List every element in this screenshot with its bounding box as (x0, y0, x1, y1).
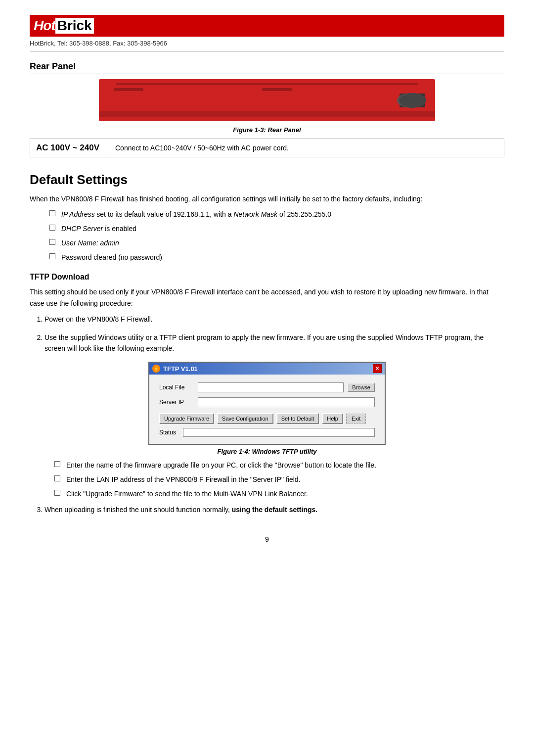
tftp-browse-button[interactable]: Browse (348, 383, 375, 392)
bullet-item-2: DHCP Server is enabled (49, 224, 504, 234)
ac-table: AC 100V ~ 240V Connect to AC100~240V / 5… (30, 139, 504, 157)
bullet-text-1: IP Address set to its default value of 1… (61, 209, 331, 220)
ac-voltage: AC 100V ~ 240V (30, 139, 109, 157)
logo-brick: Brick (55, 18, 94, 34)
bullet-item-4: Password cleared (no password) (49, 252, 504, 263)
tftp-server-ip-input[interactable] (198, 397, 375, 407)
tftp-save-button[interactable]: Save Configuration (217, 413, 273, 424)
tftp-dialog-title: TFTP V1.01 (163, 365, 198, 373)
header-divider (30, 51, 504, 51)
default-settings-heading: Default Settings (30, 172, 504, 188)
tftp-upgrade-button[interactable]: Upgrade Firmware (159, 413, 214, 424)
rear-panel-heading: Rear Panel (30, 61, 504, 74)
bullet-item-3: User Name: admin (49, 238, 504, 248)
tftp-after-bullet-3: Click "Upgrade Firmware" to send the fil… (54, 489, 504, 499)
tftp-exit-button[interactable]: Exit (346, 414, 366, 424)
connector-dot-1 (403, 98, 408, 103)
step3-bold-text: using the default settings. (232, 506, 317, 514)
after-bullet-text-3: Click "Upgrade Firmware" to send the fil… (66, 489, 308, 499)
panel-detail-1 (114, 88, 143, 91)
bullet-box-2 (49, 225, 55, 231)
bullet-box-3 (49, 239, 55, 245)
tftp-server-ip-label: Server IP (159, 399, 194, 406)
page-number: 9 (30, 535, 504, 543)
default-settings-intro: When the VPN800/8 F Firewall has finishe… (30, 193, 504, 204)
step3-normal-text: When uploading is finished the unit shou… (44, 506, 232, 514)
bullet-box-1 (49, 210, 55, 216)
tftp-status-row: Status (159, 428, 375, 437)
tftp-after-bullet-2: Enter the LAN IP address of the VPN800/8… (54, 474, 504, 485)
tftp-step-1: Power on the VPN800/8 F Firewall. (44, 314, 504, 325)
tftp-download-heading: TFTP Download (30, 273, 504, 282)
rear-panel-caption: Figure 1-3: Rear Panel (30, 126, 504, 134)
after-bullet-text-2: Enter the LAN IP address of the VPN800/8… (66, 474, 300, 485)
tftp-status-label: Status (159, 429, 179, 436)
connector-dot-3 (416, 98, 421, 103)
bullet-italic-network: Network Mask (233, 210, 277, 218)
panel-bottom-shadow (99, 111, 435, 117)
tftp-after-bullet-1: Enter the name of the firmware upgrade f… (54, 460, 504, 471)
ac-row: AC 100V ~ 240V Connect to AC100~240V / 5… (30, 139, 504, 157)
bullet-box-after-1 (54, 461, 60, 467)
bullet-box-after-3 (54, 490, 60, 496)
tftp-local-file-input[interactable] (198, 382, 344, 392)
tagline: HotBrick, Tel: 305-398-0888, Fax: 305-39… (30, 40, 504, 47)
logo-box: HotBrick (30, 15, 504, 37)
tftp-intro-text: This setting should be used only if your… (30, 286, 504, 309)
tftp-figure-caption: Figure 1-4: Windows TFTP utility (30, 448, 504, 455)
bullet-italic-dhcp: DHCP Server (61, 225, 103, 233)
tftp-steps: Power on the VPN800/8 F Firewall. Use th… (44, 314, 504, 354)
ac-description: Connect to AC100~240V / 50~60Hz with AC … (109, 139, 504, 157)
bullet-box-after-2 (54, 475, 60, 481)
tftp-step-3: When uploading is finished the unit shou… (44, 504, 504, 515)
tftp-status-input (183, 428, 375, 437)
tftp-dialog: ⚡ TFTP V1.01 × Local File Browse Server … (148, 362, 386, 445)
panel-detail-2 (262, 88, 292, 91)
tftp-titlebar: ⚡ TFTP V1.01 × (149, 363, 385, 375)
tftp-step3-list: When uploading is finished the unit shou… (44, 504, 504, 515)
bullet-text-3: User Name: admin (61, 238, 119, 248)
tftp-set-default-button[interactable]: Set to Default (276, 413, 319, 424)
tftp-local-file-label: Local File (159, 384, 194, 391)
tftp-after-bullets: Enter the name of the firmware upgrade f… (54, 460, 504, 499)
logo-area: HotBrick HotBrick, Tel: 305-398-0888, Fa… (30, 15, 504, 47)
bullet-italic-1: IP Address (61, 210, 94, 218)
after-bullet-text-1: Enter the name of the firmware upgrade f… (66, 460, 376, 471)
tftp-local-file-row: Local File Browse (159, 382, 375, 392)
bullet-box-4 (49, 253, 55, 259)
tftp-title-left: ⚡ TFTP V1.01 (152, 365, 198, 373)
logo-hot: Hot (34, 18, 55, 34)
tftp-app-icon: ⚡ (152, 365, 160, 373)
tftp-close-button[interactable]: × (373, 364, 382, 373)
bullet-text-2: DHCP Server is enabled (61, 224, 136, 234)
rear-panel-image (99, 79, 435, 121)
bullet-text-4: Password cleared (no password) (61, 252, 162, 263)
bullet-item-1: IP Address set to its default value of 1… (49, 209, 504, 220)
tftp-server-ip-row: Server IP (159, 397, 375, 407)
connector-dot-2 (410, 98, 415, 103)
tftp-step-2: Use the supplied Windows utility or a TF… (44, 332, 504, 354)
default-settings-bullets: IP Address set to its default value of 1… (49, 209, 504, 263)
tftp-dialog-body: Local File Browse Server IP Upgrade Firm… (149, 375, 385, 444)
panel-connector (400, 94, 425, 107)
tftp-buttons-row: Upgrade Firmware Save Configuration Set … (159, 413, 375, 424)
tftp-help-button[interactable]: Help (322, 413, 343, 424)
